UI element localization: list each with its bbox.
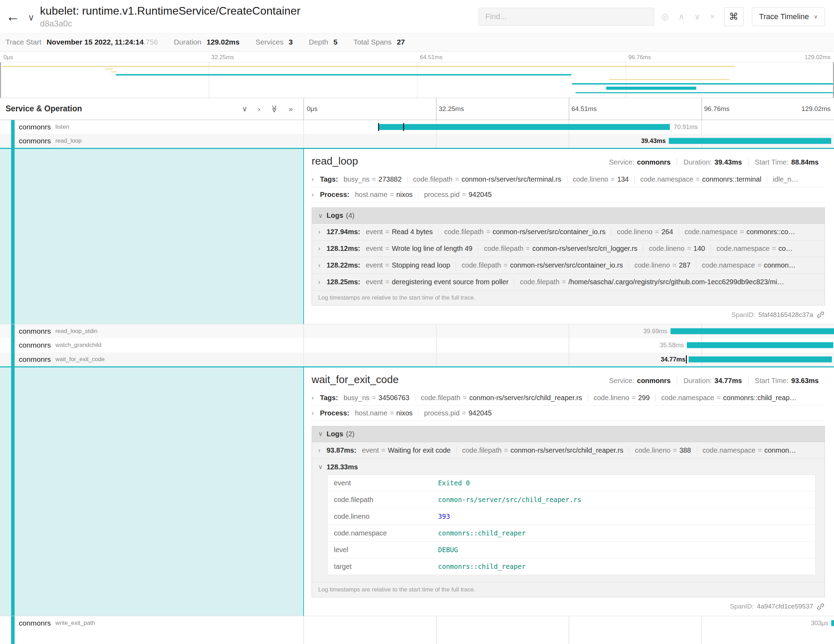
field: code.lineno=134	[567, 175, 634, 183]
log-entry[interactable]: › 128.22ms: event=Stopping read loopcode…	[312, 257, 824, 274]
field: code.filepath=conmon-rs/server/src/child…	[415, 394, 588, 402]
tags-label: Tags:	[320, 175, 338, 183]
span-timeline-cell[interactable]: 70.91ms	[303, 120, 834, 134]
minimap-span-segment	[2, 66, 735, 67]
span-timeline-cell[interactable]: 39.69ms	[303, 324, 834, 338]
span-bar[interactable]	[671, 328, 834, 334]
copy-link-icon[interactable]	[816, 602, 825, 611]
trace-view-label: Trace Timeline	[759, 12, 809, 21]
span-detail-title: read_loop	[312, 155, 609, 167]
span-detail-meta: Service:conmonrs Duration:34.77ms Start …	[609, 377, 825, 385]
log-entry[interactable]: › 127.94ms: event=Read 4 bytescode.filep…	[312, 224, 824, 240]
process-row[interactable]: › Process: host.name=nixosprocess.pid=94…	[312, 187, 825, 202]
minimap-span-segment	[572, 83, 834, 84]
trace-minimap[interactable]: 0μs 32.25ms 64.51ms 96.76ms 129.02ms	[0, 52, 834, 98]
log-timestamp: 93.87ms:	[326, 447, 357, 455]
trace-start-ms: .756	[144, 38, 158, 46]
depth-value: 5	[333, 38, 338, 46]
log-entry-expanded[interactable]: ∨ 128.33ms eventExited 0code.filepathcon…	[312, 459, 824, 583]
logs-header[interactable]: ∨ Logs (2)	[312, 426, 824, 442]
span-name-cell[interactable]: conmonrs wait_for_exit_code	[0, 353, 303, 366]
trace-view-dropdown[interactable]: Trace Timeline ∨	[752, 7, 825, 26]
service-color-strip	[11, 149, 15, 324]
log-entry[interactable]: › 128.12ms: event=Wrote log line of leng…	[312, 240, 824, 257]
chevron-right-icon: ›	[318, 262, 326, 269]
chevron-right-icon: ›	[318, 278, 326, 286]
tags-row[interactable]: › Tags: busy_ns=273882code.filepath=conm…	[312, 172, 825, 187]
chevron-down-icon[interactable]: ∨	[242, 105, 247, 113]
timeline-tick: 64.51ms	[571, 105, 597, 113]
log-entry-header[interactable]: ∨ 128.33ms	[318, 463, 818, 471]
log-entry[interactable]: › 93.87ms: event=Waiting for exit codeco…	[312, 442, 824, 459]
span-name-cell[interactable]: conmonrs write_exit_path	[0, 616, 303, 630]
span-name-cell[interactable]	[0, 630, 303, 644]
span-timeline-cell[interactable]: 39.43ms	[303, 134, 834, 148]
detail-title-row: wait_for_exit_code Service:conmonrs Dura…	[312, 374, 825, 385]
field: code.filepath=conmon-rs/server/src/cri_l…	[478, 244, 643, 252]
process-row[interactable]: › Process: host.name=nixosprocess.pid=94…	[312, 406, 825, 421]
logs-header[interactable]: ∨ Logs (4)	[312, 208, 824, 224]
operation-name: write_exit_path	[55, 620, 95, 626]
span-timeline-cell[interactable]: 34.77ms	[303, 353, 834, 366]
start-time-label: Start Time:	[755, 377, 789, 384]
next-result-icon[interactable]: ∨	[694, 12, 700, 21]
minimap-tick: 64.51ms	[420, 54, 442, 61]
chevron-right-icon: ›	[318, 245, 326, 252]
span-bar[interactable]	[687, 342, 833, 348]
field: event=Wrote log line of length 49	[360, 244, 478, 252]
minimap-graph[interactable]	[0, 62, 834, 98]
chevron-right-icon[interactable]: ›	[258, 105, 260, 113]
duration-label: Duration:	[684, 158, 711, 166]
span-name-cell[interactable]: conmonrs listen	[0, 120, 303, 134]
span-timeline-cell[interactable]: 303μs	[303, 616, 834, 630]
log-timestamp: 127.94ms:	[326, 228, 360, 236]
find-input[interactable]	[478, 8, 654, 26]
span-name-cell[interactable]: conmonrs read_loop	[0, 134, 303, 148]
back-button[interactable]: ←	[0, 0, 26, 33]
span-timeline-cell[interactable]	[303, 630, 834, 644]
process-label: Process:	[320, 409, 349, 417]
field: code.lineno=264	[611, 228, 679, 236]
minimap-span-segment	[116, 74, 571, 76]
span-id-value: 4a947cfd1ce59537	[757, 603, 813, 610]
span-duration-label: 39.69ms	[643, 328, 668, 335]
minimap-scrubber-left[interactable]	[0, 62, 1, 98]
operation-name: listen	[55, 123, 69, 131]
field: code.filepath=conmon-rs/server/src/termi…	[407, 175, 567, 183]
span-bar[interactable]	[669, 138, 831, 144]
log-fields-table-body: eventExited 0code.filepathconmon-rs/serv…	[328, 474, 816, 575]
span-detail-panel: read_loop Service:conmonrs Duration:39.4…	[303, 149, 834, 324]
field: code.lineno=287	[629, 261, 696, 269]
span-duration-label: 39.43ms	[641, 138, 666, 145]
copy-link-icon[interactable]	[816, 310, 825, 319]
span-duration-label: 303μs	[811, 619, 828, 626]
prev-result-icon[interactable]: ∧	[678, 12, 684, 21]
trace-header-collapse-toggle[interactable]: ∨	[28, 12, 34, 23]
keyboard-shortcuts-button[interactable]: ⌘	[724, 7, 743, 26]
double-chevron-right-icon[interactable]: »	[289, 105, 293, 113]
span-bar[interactable]	[689, 356, 832, 362]
span-name-cell[interactable]: conmonrs read_loop_stdin	[0, 324, 303, 338]
span-name-cell[interactable]: conmonrs watch_grandchild	[0, 338, 303, 352]
field: busy_ns=34506763	[338, 394, 415, 402]
span-bar[interactable]	[831, 620, 834, 626]
match-icon[interactable]: ◎	[661, 12, 668, 21]
minimap-tick: 32.25ms	[212, 54, 234, 61]
field: code.lineno=388	[629, 447, 696, 455]
field: idle_n…	[767, 175, 804, 183]
service-color-strip	[11, 367, 15, 616]
field: process.pid=942045	[418, 191, 497, 199]
span-bar[interactable]	[378, 124, 670, 130]
double-chevron-down-icon[interactable]: ≫	[270, 105, 279, 113]
field: code.namespace=conmonrs::terminal	[634, 175, 767, 183]
span-row-write-exit-path: conmonrs write_exit_path 303μs	[0, 616, 834, 630]
minimap-tick: 129.02ms	[805, 54, 831, 61]
tags-row[interactable]: › Tags: busy_ns=34506763code.filepath=co…	[312, 390, 825, 406]
logs-title: Logs	[326, 430, 343, 438]
clear-search-icon[interactable]: ×	[710, 12, 715, 21]
log-entry[interactable]: › 128.25ms: event=deregistering event so…	[312, 274, 824, 291]
span-duration-label: 34.77ms	[661, 356, 685, 363]
span-timeline-cell[interactable]: 35.58ms	[303, 338, 834, 352]
log-marker	[378, 123, 379, 131]
start-time-value: 93.63ms	[791, 377, 819, 384]
